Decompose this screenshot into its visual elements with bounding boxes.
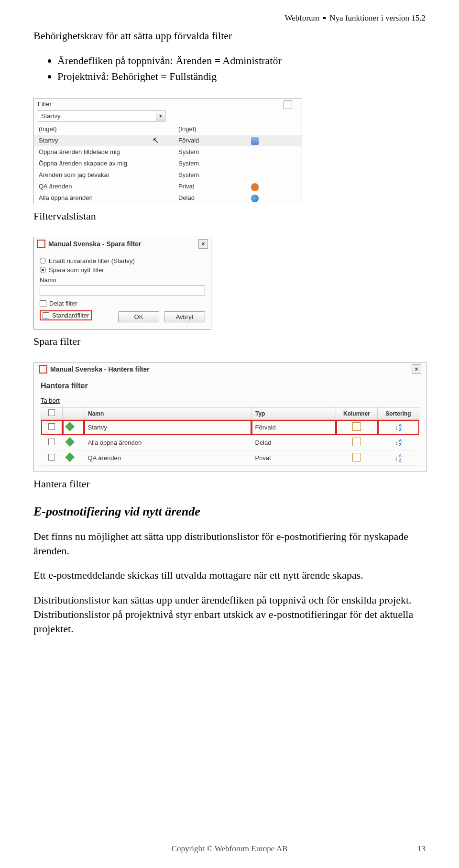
paragraph-1: Det finns nu möjlighet att sätta upp dis… bbox=[33, 529, 426, 558]
cancel-button[interactable]: Avbryt bbox=[164, 311, 205, 322]
caption-filterlist: Filtervalslistan bbox=[33, 210, 426, 222]
page-header: Webforum Nya funktioner i version 15.2 bbox=[285, 13, 426, 23]
sort-icon[interactable]: ↓AZ bbox=[395, 454, 402, 462]
filter-option[interactable]: Ärenden som jag bevakar System bbox=[34, 169, 302, 181]
close-button[interactable]: × bbox=[198, 239, 208, 249]
sort-icon[interactable]: ↓AZ bbox=[395, 439, 402, 447]
checkbox-icon bbox=[40, 300, 46, 307]
columns-icon[interactable] bbox=[352, 453, 361, 461]
manage-filter-dialog: Manual Svenska - Hantera filter × Hanter… bbox=[33, 362, 426, 472]
cursor-icon: ↖ bbox=[153, 136, 159, 145]
checkbox-icon bbox=[48, 409, 55, 416]
name-label: Namn bbox=[40, 276, 205, 284]
close-button[interactable]: × bbox=[412, 364, 421, 374]
filter-option-list: (Inget) (Inget) Startvy ↖ Förvald Öppna … bbox=[34, 123, 302, 204]
intro-bullets: Ärendefliken på toppnivån: Ärenden = Adm… bbox=[33, 54, 426, 84]
app-logo-icon bbox=[39, 365, 47, 374]
chevron-down-icon: ▼ bbox=[156, 110, 165, 121]
ok-button[interactable]: OK bbox=[118, 311, 159, 322]
checkbox-icon[interactable] bbox=[284, 100, 292, 109]
manage-filter-table: Namn Typ Kolumner Sortering Startvy Förv… bbox=[41, 407, 419, 466]
filter-option[interactable]: Öppna ärenden skapade av mig System bbox=[34, 158, 302, 169]
filter-dropdown-value: Startvy bbox=[38, 112, 156, 120]
filter-option[interactable]: Öppna ärenden tilldelade mig System bbox=[34, 146, 302, 158]
th-type[interactable]: Typ bbox=[251, 407, 336, 420]
page-number: 13 bbox=[417, 844, 426, 854]
paragraph-2: Ett e-postmeddelande skickas till utvald… bbox=[33, 568, 426, 582]
th-sorting[interactable]: Sortering bbox=[378, 407, 419, 420]
table-row[interactable]: Alla öppna ärenden Delad ↓AZ bbox=[41, 435, 419, 450]
shared-filter-checkbox[interactable]: Delat filter bbox=[40, 300, 205, 307]
columns-icon[interactable] bbox=[352, 438, 361, 446]
radio-save-new[interactable]: Spara som nytt filter bbox=[40, 266, 205, 274]
private-icon bbox=[251, 183, 259, 191]
filter-option[interactable]: Alla öppna ärenden Delad bbox=[34, 192, 302, 204]
bullet-2: Projektnivå: Behörighet = Fullständig bbox=[57, 69, 426, 84]
manage-filter-heading: Hantera filter bbox=[41, 382, 419, 390]
checkbox-icon bbox=[43, 312, 49, 319]
dialog2-titlebar: Manual Svenska - Hantera filter × bbox=[34, 363, 426, 376]
standard-filter-checkbox[interactable]: Standardfilter bbox=[40, 310, 92, 320]
th-name[interactable]: Namn bbox=[84, 407, 251, 420]
copyright: Copyright © Webforum Europe AB bbox=[172, 844, 288, 853]
name-input[interactable] bbox=[40, 286, 205, 296]
radio-replace[interactable]: Ersätt nuvarande filter (Startvy) bbox=[40, 257, 205, 264]
sort-icon[interactable]: ↓AZ bbox=[395, 423, 402, 432]
dialog2-title: Manual Svenska - Hantera filter bbox=[50, 365, 150, 373]
radio-icon bbox=[40, 258, 46, 264]
filter-option[interactable]: (Inget) (Inget) bbox=[34, 123, 302, 135]
header-right: Nya funktioner i version 15.2 bbox=[329, 13, 426, 22]
table-row[interactable]: Startvy Förvald ↓AZ bbox=[41, 420, 419, 435]
checkbox-icon[interactable] bbox=[48, 423, 55, 430]
dialog-titlebar: Manual Svenska - Spara filter × bbox=[34, 237, 211, 251]
bullet-1: Ärendefliken på toppnivån: Ärenden = Adm… bbox=[57, 54, 426, 68]
remove-link[interactable]: Ta bort bbox=[41, 397, 60, 404]
checkbox-icon[interactable] bbox=[48, 439, 55, 445]
edit-icon[interactable] bbox=[65, 422, 75, 431]
subheading-epost: E-postnotifiering vid nytt ärende bbox=[33, 505, 426, 519]
default-filter-icon bbox=[251, 137, 259, 145]
intro-title: Behörighetskrav för att sätta upp förval… bbox=[33, 29, 426, 43]
caption-save-dialog: Spara filter bbox=[33, 335, 426, 348]
checkbox-icon[interactable] bbox=[48, 454, 55, 461]
paragraph-3: Distributionslistor kan sättas upp under… bbox=[33, 593, 426, 636]
save-filter-dialog: Manual Svenska - Spara filter × Ersätt n… bbox=[33, 237, 211, 330]
table-header-row: Namn Typ Kolumner Sortering bbox=[41, 407, 419, 420]
filter-list-panel: Filter Startvy ▼ (Inget) (Inget) Startvy… bbox=[33, 98, 302, 204]
page-footer: Copyright © Webforum Europe AB 13 bbox=[0, 844, 459, 854]
caption-manage-dialog: Hantera filter bbox=[33, 478, 426, 490]
filter-dropdown[interactable]: Startvy ▼ bbox=[38, 110, 165, 121]
radio-icon bbox=[40, 267, 46, 273]
filter-option[interactable]: QA ärenden Privat bbox=[34, 181, 302, 192]
filter-label: Filter bbox=[38, 100, 172, 109]
table-row[interactable]: QA ärenden Privat ↓AZ bbox=[41, 450, 419, 466]
columns-icon[interactable] bbox=[352, 422, 361, 431]
th-checkbox[interactable] bbox=[41, 407, 63, 420]
edit-icon[interactable] bbox=[65, 437, 75, 447]
filter-option[interactable]: Startvy ↖ Förvald bbox=[34, 135, 302, 146]
th-columns[interactable]: Kolumner bbox=[336, 407, 378, 420]
edit-icon[interactable] bbox=[65, 452, 75, 462]
th-edit bbox=[63, 407, 84, 420]
header-left: Webforum bbox=[285, 13, 319, 22]
dialog-title: Manual Svenska - Spara filter bbox=[48, 240, 142, 248]
bullet-icon bbox=[323, 17, 326, 19]
shared-icon bbox=[251, 195, 259, 202]
app-logo-icon bbox=[37, 240, 45, 248]
